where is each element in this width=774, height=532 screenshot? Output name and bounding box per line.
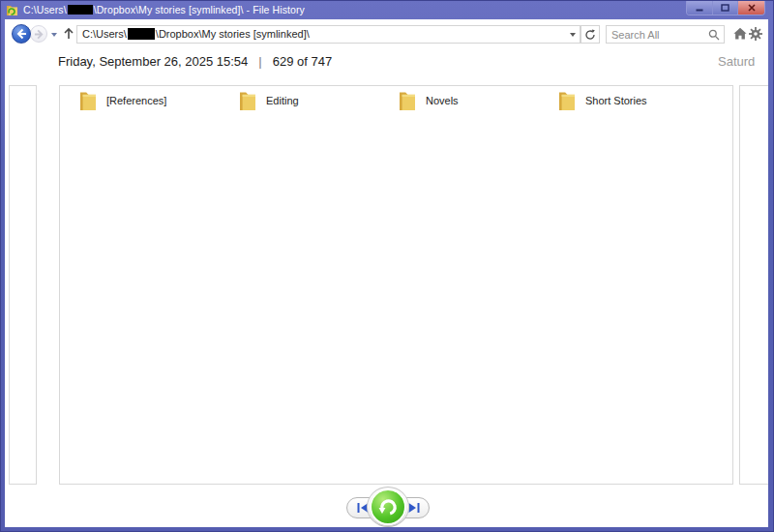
gear-icon (749, 27, 762, 41)
folder-label: Short Stories (585, 95, 647, 106)
window-title: C:\Users\\Dropbox\My stories [symlinked]… (23, 4, 305, 16)
folder-label: Editing (266, 95, 299, 106)
header-separator: | (258, 54, 261, 69)
address-bar[interactable]: C:\Users\\Dropbox\My stories [symlinked]… (76, 25, 580, 44)
folder-label: Novels (426, 95, 459, 106)
refresh-icon (584, 29, 596, 41)
folder-icon (398, 90, 417, 111)
forward-arrow-icon (34, 29, 45, 40)
titlebar: C:\Users\\Dropbox\My stories [symlinked]… (1, 1, 773, 19)
forward-button[interactable] (30, 25, 47, 43)
folder-icon (238, 90, 257, 111)
file-history-icon (6, 4, 18, 16)
next-snapshot-date-partial: Saturd (718, 54, 755, 69)
snapshot-header: Friday, September 26, 2025 15:54 | 629 o… (58, 54, 332, 69)
refresh-button[interactable] (580, 25, 600, 44)
folder-item-short-stories[interactable]: Short Stories (553, 88, 651, 113)
file-history-window: C:\Users\\Dropbox\My stories [symlinked]… (0, 0, 774, 532)
next-snapshot-panel (739, 85, 768, 485)
folder-item-editing[interactable]: Editing (234, 88, 303, 113)
snapshot-position: 629 of 747 (273, 54, 332, 69)
back-button[interactable] (12, 24, 31, 44)
home-icon (733, 27, 747, 40)
redacted-username (128, 28, 155, 40)
search-input[interactable] (607, 29, 708, 41)
redacted-username (68, 5, 93, 15)
search-icon[interactable] (708, 29, 720, 41)
home-button[interactable] (733, 27, 747, 40)
close-icon (748, 4, 756, 12)
client-area: C:\Users\\Dropbox\My stories [symlinked]… (5, 19, 768, 527)
up-arrow-icon (63, 27, 74, 41)
folder-icon (78, 90, 98, 111)
address-dropdown-chevron-icon[interactable] (570, 33, 576, 37)
restore-circular-arrow-icon (377, 496, 400, 518)
close-button[interactable] (737, 1, 764, 15)
folder-icon (557, 90, 577, 111)
back-arrow-icon (15, 28, 27, 40)
caption-buttons (686, 1, 765, 15)
folder-item-novels[interactable]: Novels (394, 88, 462, 113)
restore-button[interactable] (370, 488, 406, 525)
up-button[interactable] (61, 25, 76, 43)
minimize-button[interactable] (687, 1, 712, 15)
address-path: C:\Users\\Dropbox\My stories [symlinked]… (82, 28, 566, 42)
folder-item-references[interactable]: [References] (74, 88, 170, 113)
settings-button[interactable] (749, 27, 762, 41)
current-snapshot-panel: [References] Editing Novels (59, 85, 733, 485)
snapshot-date: Friday, September 26, 2025 15:54 (58, 54, 248, 69)
previous-snapshot-panel (9, 85, 37, 485)
folder-label: [References] (106, 95, 166, 106)
recent-pages-chevron-icon[interactable] (51, 33, 57, 37)
search-box (606, 25, 725, 44)
maximize-icon (721, 4, 729, 12)
maximize-button[interactable] (712, 1, 737, 15)
minimize-icon (696, 4, 703, 12)
